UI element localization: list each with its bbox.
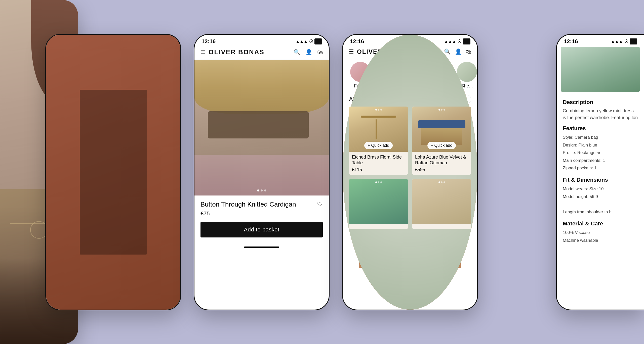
ph5-material-text: 100% Viscose Machine washable bbox=[563, 229, 638, 244]
status-bar-3: 12:16 ▲▲▲ ⦿ ▬ bbox=[194, 35, 329, 45]
product-name-row: Button Through Knitted Cardigan ♡ bbox=[200, 201, 323, 208]
product-card-0: + Quick add Etched Brass Floral Side Tab… bbox=[349, 107, 408, 175]
pdot-0-1 bbox=[375, 109, 377, 111]
account-icon-4[interactable]: 👤 bbox=[455, 48, 462, 55]
wifi-4: ⦿ bbox=[458, 39, 462, 44]
menu-icon-3[interactable]: ☰ bbox=[200, 49, 206, 56]
product-card-2 bbox=[349, 179, 408, 229]
ph5-description-text: Combining lemon yellow mini dress is the… bbox=[563, 108, 638, 121]
signal-bars-5: ▲▲▲ bbox=[611, 39, 623, 44]
dots-3 bbox=[438, 181, 445, 183]
search-icon-4[interactable]: 🔍 bbox=[444, 48, 451, 55]
feature-profile: Profile: Rectangular bbox=[563, 149, 638, 157]
signal-bars-4: ▲▲▲ bbox=[444, 39, 456, 44]
prod-card-price-0: £115 bbox=[352, 167, 405, 172]
header-icons-3: 🔍 👤 🛍 bbox=[294, 49, 323, 56]
cat-item-interior[interactable]: Interior bbox=[136, 153, 174, 194]
cat-shelving[interactable]: She... bbox=[456, 62, 477, 89]
pdot-3-2 bbox=[441, 181, 442, 183]
status-bar-5: 12:16 ▲▲▲ ⦿ ▬ bbox=[557, 35, 644, 45]
material-care: Machine washable bbox=[563, 237, 638, 244]
wishlist-icon-3[interactable]: ♡ bbox=[317, 201, 323, 208]
wifi-3: ⦿ bbox=[309, 39, 313, 44]
ph5-content: Description Combining lemon yellow mini … bbox=[557, 94, 644, 250]
pdot-1-1 bbox=[438, 109, 440, 111]
glasses-person bbox=[194, 60, 329, 195]
ph5-features-title: Features bbox=[563, 125, 638, 132]
product-card-3 bbox=[412, 179, 471, 229]
feature-pockets: Zipped pockets: 1 bbox=[563, 164, 638, 172]
time-5: 12:16 bbox=[564, 38, 578, 45]
header-icons-4: 🔍 👤 🛍 bbox=[444, 48, 471, 55]
product-info-3: Button Through Knitted Cardigan ♡ £75 Ad… bbox=[194, 195, 329, 242]
prod-card-name-0: Etched Brass Floral Side Table bbox=[352, 154, 405, 166]
ph5-material-title: Material & Care bbox=[563, 220, 638, 227]
furniture-categories: Fabric Armchairs Tables bbox=[343, 59, 477, 92]
ph5-product-img bbox=[561, 47, 640, 92]
bag-icon-4[interactable]: 🛍 bbox=[466, 48, 471, 55]
signal-5: ▲▲▲ ⦿ ▬ bbox=[611, 39, 637, 44]
pdot-1-3 bbox=[444, 109, 445, 111]
product-card-1: + Quick add Loha Azure Blue Velvet & Rat… bbox=[412, 107, 471, 175]
search-icon-3[interactable]: 🔍 bbox=[294, 49, 300, 56]
prod-card-price-1: £595 bbox=[415, 167, 468, 172]
dot-1 bbox=[257, 189, 259, 191]
dot-2 bbox=[261, 189, 263, 191]
pdot-3-3 bbox=[444, 181, 445, 183]
brand-logo-3[interactable]: OLIVER BONAS bbox=[209, 48, 264, 56]
signal-4: ▲▲▲ ⦿ ▬ bbox=[444, 39, 470, 44]
phone-2-new-in: ▲▲▲ ⦿ ▬ New In Fashion bbox=[45, 34, 181, 310]
bag-icon-3[interactable]: 🛍 bbox=[317, 49, 323, 56]
time-3: 12:16 bbox=[202, 38, 216, 45]
battery-4: ▬ bbox=[463, 39, 470, 44]
product-price-3: £75 bbox=[200, 210, 323, 217]
ph5-fit-text: Model wears: Size 10 Model height: 5ft 9… bbox=[563, 185, 638, 216]
carousel-dots-3 bbox=[257, 189, 266, 191]
prod-card-body-1: Loha Azure Blue Velvet & Rattan Ottoman … bbox=[412, 152, 471, 175]
prod-card-body-2 bbox=[349, 224, 408, 229]
product-image-3 bbox=[194, 60, 329, 195]
add-to-basket-btn[interactable]: Add to basket bbox=[200, 222, 323, 237]
category-grid: Fashion Homeware Accessories bbox=[46, 62, 180, 200]
product-img-1: + Quick add bbox=[412, 107, 471, 152]
ob-header-3: ☰ OLIVER BONAS 🔍 👤 🛍 bbox=[194, 45, 329, 60]
product-name: Button Through Knitted Cardigan bbox=[200, 201, 296, 208]
feature-style: Style: Camera bag bbox=[563, 134, 638, 141]
scene: ▲▲▲ ⦿ ▬ New In Fashion bbox=[0, 0, 644, 344]
product-img-3 bbox=[412, 179, 471, 224]
feature-design: Design: Plain blue bbox=[563, 141, 638, 149]
fit-height: Model height: 5ft 9 bbox=[563, 193, 638, 201]
signal-bars-3: ▲▲▲ bbox=[296, 39, 308, 44]
signal-3: ▲▲▲ ⦿ ▬ bbox=[296, 39, 322, 44]
menu-icon-4[interactable]: ☰ bbox=[349, 48, 354, 55]
pdot-0-2 bbox=[378, 109, 379, 111]
ph5-features-text: Style: Camera bag Design: Plain blue Pro… bbox=[563, 134, 638, 172]
fit-wears: Model wears: Size 10 bbox=[563, 185, 638, 193]
phone-3-product: 12:16 ▲▲▲ ⦿ ▬ ☰ OLIVER BONAS 🔍 👤 🛍 bbox=[194, 34, 330, 310]
pdot-2-3 bbox=[380, 181, 382, 183]
quick-add-btn-1[interactable]: + Quick add bbox=[427, 142, 456, 149]
prod-card-name-1: Loha Azure Blue Velvet & Rattan Ottoman bbox=[415, 154, 468, 166]
wifi-5: ⦿ bbox=[624, 39, 628, 44]
feature-compartments: Main compartments: 1 bbox=[563, 157, 638, 165]
cat-circle-img-shelving bbox=[457, 62, 477, 82]
battery-5: ▬ bbox=[630, 39, 637, 44]
battery-3: ▬ bbox=[315, 39, 322, 44]
product-img-0: + Quick add bbox=[349, 107, 408, 152]
prod-card-body-3 bbox=[412, 224, 471, 229]
home-indicator-3 bbox=[244, 247, 279, 248]
time-4: 12:16 bbox=[350, 38, 364, 45]
pdot-2-2 bbox=[378, 181, 379, 183]
ph5-fit-title: Fit & Dimensions bbox=[563, 177, 638, 183]
phone-4-furniture: 12:16 ▲▲▲ ⦿ ▬ ☰ OLIVER BONAS 🔍 👤 🛍 bbox=[342, 34, 478, 310]
account-icon-3[interactable]: 👤 bbox=[305, 49, 312, 56]
cat-thumb-interior bbox=[136, 153, 174, 185]
dots-0 bbox=[375, 109, 382, 111]
prod-card-body-0: Etched Brass Floral Side Table £115 bbox=[349, 152, 408, 175]
fit-length: Length from shoulder to h bbox=[563, 208, 638, 216]
product-img-2 bbox=[349, 179, 408, 224]
material-type: 100% Viscose bbox=[563, 229, 638, 237]
quick-add-btn-0[interactable]: + Quick add bbox=[364, 142, 393, 149]
dots-1 bbox=[438, 109, 445, 111]
header-left-3: ☰ OLIVER BONAS bbox=[200, 48, 264, 56]
